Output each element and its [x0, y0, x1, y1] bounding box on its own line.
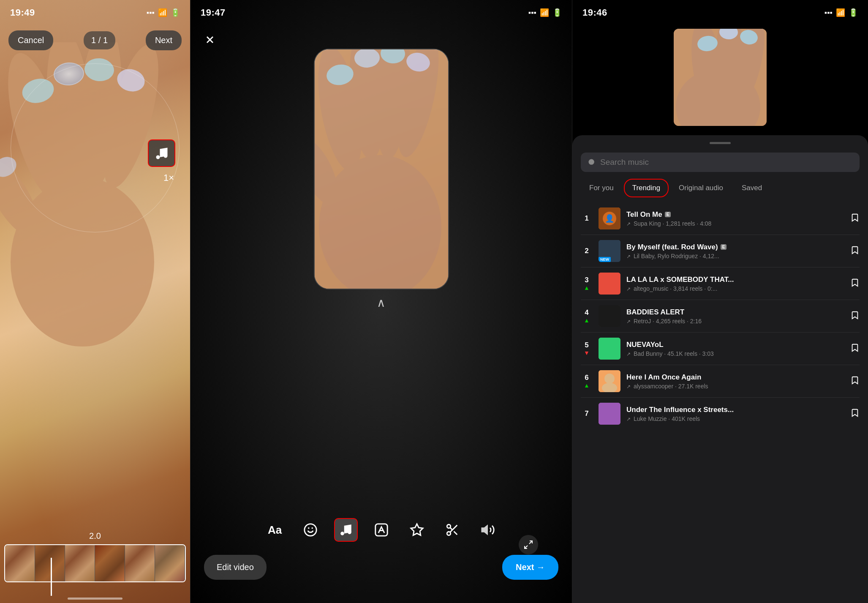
rank-col: 1 [581, 214, 593, 223]
song-thumbnail [599, 273, 620, 295]
timeline-strip[interactable] [4, 544, 186, 582]
next-button-p1[interactable]: Next [146, 30, 182, 50]
close-icon [204, 34, 216, 46]
trending-arrow-icon: ↗ [626, 351, 631, 357]
bookmark-button[interactable] [850, 376, 860, 387]
song-reels: 45.1K reels [667, 350, 697, 357]
bookmark-button[interactable] [850, 408, 860, 419]
tab-saved-label: Saved [742, 184, 762, 192]
rank-number: 1 [581, 214, 593, 223]
list-item[interactable]: 6 ▲ Here I Am Once Again ↗ alyssamcooper… [572, 365, 868, 397]
song-info: Under The Influence x Streets... ↗ Luke … [626, 406, 844, 422]
bookmark-button[interactable] [850, 311, 860, 322]
tab-original-audio[interactable]: Original audio [670, 179, 732, 197]
status-icons-1: ▪▪▪ 📶 🔋 [147, 8, 180, 17]
wifi-icon-2: 📶 [540, 8, 549, 17]
song-thumbnail: 👤 [599, 207, 620, 229]
svg-text:👤: 👤 [605, 214, 615, 223]
rank-number: 4 [581, 308, 593, 317]
song-reels: 4,12... [703, 253, 719, 259]
song-artist: RetroJ [634, 318, 651, 325]
phone-inner [315, 49, 448, 289]
battery-icon-2: 🔋 [552, 8, 562, 17]
battery-icon: 🔋 [171, 8, 180, 17]
text-tool-button[interactable]: Aa [263, 518, 287, 542]
svg-marker-34 [411, 524, 422, 535]
music-search-bar[interactable] [581, 153, 860, 172]
wifi-icon: 📶 [158, 8, 167, 17]
emoji-tool-button[interactable] [299, 518, 322, 542]
song-info: LA LA LA x SOMEBODY THAT... ↗ altego_mus… [626, 276, 844, 292]
text-tool-label: Aa [268, 524, 282, 537]
song-meta: ↗ alyssamcooper · 27.1K reels [626, 383, 844, 390]
song-meta: ↗ altego_music · 3,814 reels · 0:... [626, 285, 844, 292]
effects-tool-button[interactable] [405, 518, 429, 542]
tab-saved[interactable]: Saved [733, 179, 770, 197]
phone-preview [314, 49, 449, 289]
next-button-p2[interactable]: Next → [502, 555, 558, 580]
selected-media-thumbnail [674, 29, 767, 126]
song-info: NUEVAYoL ↗ Bad Bunny · 45.1K reels · 3:0… [626, 341, 844, 357]
bookmark-icon [850, 213, 860, 222]
bookmark-button[interactable] [850, 213, 860, 224]
trend-up-icon: ▲ [581, 317, 593, 324]
svg-rect-55 [599, 273, 620, 295]
list-item[interactable]: 2 NEW By Myself (feat. Rod Wave) E ↗ Lil… [572, 235, 868, 267]
timeline-thumb-1 [5, 545, 35, 581]
search-input[interactable] [600, 158, 853, 167]
volume-tool-button[interactable] [476, 518, 500, 542]
status-time-3: 19:46 [582, 7, 607, 18]
bookmark-button[interactable] [850, 343, 860, 354]
thumbnail-preview [674, 29, 767, 126]
svg-point-35 [447, 524, 451, 528]
volume-icon [481, 523, 495, 537]
timeline-time: 2.0 [4, 531, 186, 541]
tab-trending[interactable]: Trending [624, 179, 669, 197]
song-reels: 1,281 reels [666, 220, 695, 227]
music-icon-box[interactable] [148, 139, 175, 167]
home-indicator-1 [68, 598, 122, 600]
list-item[interactable]: 1 👤 Tell On Me E ↗ Supa King · 1,281 ree… [572, 202, 868, 235]
song-title: NUEVAYoL [626, 341, 664, 349]
rank-col: 3 ▲ [581, 276, 593, 291]
trend-up-icon: ▲ [581, 382, 593, 389]
tab-original-audio-label: Original audio [679, 184, 723, 192]
music-tool-button[interactable] [334, 518, 358, 542]
trending-arrow-icon: ↗ [626, 221, 631, 227]
timeline-thumb-6 [155, 545, 185, 581]
timeline-scrubber[interactable] [51, 558, 52, 596]
trim-tool-button[interactable] [441, 518, 464, 542]
expand-handle[interactable]: ∧ [377, 296, 386, 310]
rank-number: 3 [581, 276, 593, 284]
music-selection-sheet: For you Trending Original audio Saved 1 … [572, 135, 868, 603]
cancel-button[interactable]: Cancel [8, 30, 53, 50]
tab-for-you[interactable]: For you [581, 179, 622, 197]
status-time-2: 19:47 [201, 7, 226, 18]
bookmark-button[interactable] [850, 246, 860, 256]
timeline-thumb-2 [35, 545, 65, 581]
panel-editor: 19:47 ▪▪▪ 📶 🔋 [190, 0, 572, 603]
song-meta: ↗ Luke Muzzie · 401K reels [626, 415, 844, 422]
sticker-tool-button[interactable] [370, 518, 393, 542]
song-artist: alyssamcooper [634, 383, 673, 390]
edit-video-button[interactable]: Edit video [204, 555, 267, 580]
song-reels: 27.1K reels [678, 383, 708, 390]
svg-line-50 [593, 164, 595, 166]
trend-up-icon: ▲ [581, 284, 593, 291]
song-title-row: By Myself (feat. Rod Wave) E [626, 243, 844, 251]
song-meta: ↗ RetroJ · 4,265 reels · 2:16 [626, 318, 844, 325]
list-item[interactable]: 7 Under The Influence x Streets... ↗ Luk… [572, 398, 868, 430]
rank-number: 5 [581, 341, 593, 349]
explicit-badge: E [665, 212, 671, 217]
status-bar-1: 19:49 ▪▪▪ 📶 🔋 [0, 0, 190, 25]
list-item[interactable]: 3 ▲ LA LA LA x SOMEBODY THAT... ↗ altego… [572, 267, 868, 300]
song-artist: Supa King [634, 220, 661, 227]
song-title: Under The Influence x Streets... [626, 406, 734, 414]
close-button[interactable] [201, 30, 219, 49]
panel-music: 19:46 ▪▪▪ 📶 🔋 [572, 0, 868, 603]
song-title: Here I Am Once Again [626, 373, 701, 382]
battery-icon-3: 🔋 [849, 8, 858, 17]
bookmark-button[interactable] [850, 278, 860, 289]
list-item[interactable]: 4 ▲ BADDIES ALERT ↗ RetroJ · 4,265 reels… [572, 300, 868, 332]
list-item[interactable]: 5 ▼ NUEVAYoL ↗ Bad Bunny · 45.1K reels ·… [572, 333, 868, 365]
